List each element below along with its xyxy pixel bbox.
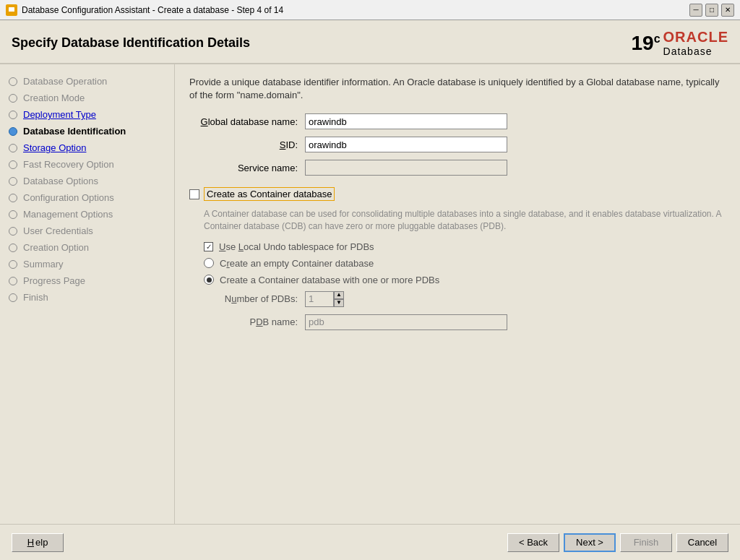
bottom-bar: Help < Back Next > Finish Cancel (0, 524, 740, 560)
oracle-logo: 19c ORACLE Database (631, 29, 728, 57)
sidebar-label-finish: Finish (23, 292, 48, 303)
sid-row: SID: (189, 137, 726, 152)
sidebar-label-management-options: Management Options (23, 209, 113, 220)
sid-input[interactable] (305, 137, 507, 152)
step-dot-1 (9, 77, 17, 86)
back-button[interactable]: < Back (507, 533, 559, 552)
svg-rect-2 (7, 13, 10, 14)
container-checkbox-label[interactable]: Create as Container database (204, 187, 335, 201)
container-checkbox-row: Create as Container database (189, 187, 726, 201)
sidebar: Database Operation Creation Mode Deploym… (0, 64, 175, 524)
step-dot-2 (9, 94, 17, 103)
step-dot-9 (9, 210, 17, 219)
use-local-undo-label: Use Local Undo tablespace for PDBs (219, 241, 374, 252)
sidebar-item-user-credentials: User Credentials (0, 223, 174, 239)
spinner-down-button[interactable]: ▼ (334, 299, 344, 307)
num-pdbs-spinner[interactable]: ▲ ▼ (334, 291, 344, 307)
global-db-name-label: Global database name: (189, 116, 305, 127)
oracle-version: 19c (631, 32, 660, 55)
svg-rect-1 (9, 7, 14, 12)
step-dot-13 (9, 277, 17, 285)
use-local-undo-checkbox[interactable] (204, 242, 213, 251)
sidebar-label-creation-mode: Creation Mode (23, 92, 85, 103)
empty-container-row: Create an empty Container database (204, 258, 726, 269)
sidebar-item-configuration-options: Configuration Options (0, 189, 174, 206)
sidebar-item-storage-option[interactable]: Storage Option (0, 139, 174, 156)
description-text: Provide a unique database identifier inf… (189, 76, 726, 102)
step-dot-10 (9, 227, 17, 236)
oracle-brand: ORACLE (663, 29, 728, 46)
step-dot-5 (9, 144, 17, 152)
sidebar-label-database-operation: Database Operation (23, 76, 107, 87)
sidebar-item-creation-option: Creation Option (0, 239, 174, 256)
sidebar-label-summary: Summary (23, 259, 64, 270)
step-dot-8 (9, 194, 17, 202)
sid-label: SID: (189, 139, 305, 150)
title-bar-text: Database Configuration Assistant - Creat… (22, 5, 283, 15)
step-dot-4 (9, 127, 17, 136)
num-pdbs-input-group: ▲ ▼ (305, 291, 344, 307)
step-dot-6 (9, 160, 17, 169)
step-dot-3 (9, 111, 17, 119)
sidebar-item-finish: Finish (0, 289, 174, 306)
oracle-text: ORACLE Database (663, 29, 728, 57)
sidebar-item-database-identification: Database Identification (0, 123, 174, 139)
content-area: Database Operation Creation Mode Deploym… (0, 64, 740, 524)
back-label: < Back (519, 537, 548, 548)
page-title: Specify Database Identification Details (12, 35, 250, 51)
empty-container-radio[interactable] (204, 258, 214, 268)
sidebar-label-creation-option: Creation Option (23, 242, 89, 253)
finish-button[interactable]: Finish (620, 533, 672, 552)
sidebar-item-database-options: Database Options (0, 173, 174, 189)
sidebar-item-creation-mode: Creation Mode (0, 90, 174, 106)
num-pdbs-label: Number of PDBs: (204, 293, 305, 304)
global-db-name-row: Global database name: (189, 113, 726, 129)
sidebar-label-database-options: Database Options (23, 176, 98, 186)
step-dot-11 (9, 244, 17, 252)
global-db-name-input[interactable] (305, 113, 507, 129)
cancel-button[interactable]: Cancel (676, 533, 728, 552)
container-checkbox[interactable] (189, 189, 199, 199)
container-section: Create as Container database A Container… (189, 187, 726, 330)
sidebar-label-configuration-options: Configuration Options (23, 192, 114, 203)
oracle-product: Database (663, 46, 713, 57)
sidebar-item-management-options: Management Options (0, 206, 174, 223)
sidebar-label-progress-page: Progress Page (23, 275, 85, 286)
num-pdbs-row: Number of PDBs: ▲ ▼ (204, 291, 726, 307)
container-with-pdbs-radio[interactable] (204, 275, 214, 285)
cancel-label: Cancel (688, 537, 717, 548)
bottom-right-buttons: < Back Next > Finish Cancel (507, 533, 728, 552)
service-name-row: Service name: (189, 160, 726, 176)
sidebar-item-fast-recovery: Fast Recovery Option (0, 156, 174, 173)
step-dot-14 (9, 293, 17, 302)
pdb-name-label: PDB name: (204, 316, 305, 327)
container-with-pdbs-row: Create a Container database with one or … (204, 275, 726, 285)
pdb-name-input[interactable] (305, 314, 507, 330)
sidebar-item-deployment-type[interactable]: Deployment Type (0, 106, 174, 123)
minimize-button[interactable]: ─ (689, 4, 702, 17)
sidebar-label-database-identification: Database Identification (23, 126, 126, 137)
service-name-input[interactable] (305, 160, 507, 176)
app-icon (6, 4, 17, 16)
maximize-button[interactable]: □ (705, 4, 718, 17)
service-name-label: Service name: (189, 163, 305, 173)
container-with-pdbs-label: Create a Container database with one or … (220, 275, 439, 285)
sidebar-label-fast-recovery: Fast Recovery Option (23, 159, 114, 170)
title-bar-controls[interactable]: ─ □ ✕ (689, 4, 734, 17)
next-label: Next > (576, 537, 603, 548)
help-underline: H (27, 537, 34, 548)
sidebar-label-deployment-type: Deployment Type (23, 109, 96, 120)
title-bar-left: Database Configuration Assistant - Creat… (6, 4, 283, 16)
help-button[interactable]: Help (12, 533, 64, 552)
num-pdbs-input[interactable] (305, 291, 334, 307)
next-button[interactable]: Next > (564, 533, 616, 552)
sidebar-item-database-operation: Database Operation (0, 73, 174, 90)
empty-container-label: Create an empty Container database (220, 258, 374, 269)
spinner-up-button[interactable]: ▲ (334, 291, 344, 299)
use-local-undo-row: Use Local Undo tablespace for PDBs (204, 241, 726, 252)
oracle-version-superscript: c (654, 32, 661, 44)
container-description: A Container database can be used for con… (204, 208, 726, 233)
finish-label: Finish (634, 537, 659, 548)
close-button[interactable]: ✕ (721, 4, 734, 17)
main-window: Specify Database Identification Details … (0, 20, 740, 560)
